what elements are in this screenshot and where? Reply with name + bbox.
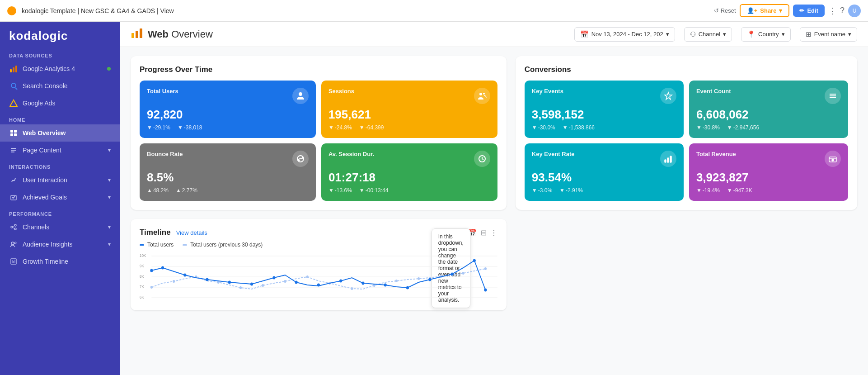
key-event-rate-pct: ▼ -3.0% (532, 187, 552, 194)
share-icon: 👤+ (747, 7, 758, 14)
svg-rect-9 (10, 133, 13, 136)
achieved-goals-label: Achieved Goals (23, 194, 103, 201)
key-event-rate-value: 93.54% (532, 171, 676, 185)
page-content-icon (9, 146, 18, 155)
svg-point-0 (9, 8, 14, 14)
svg-rect-82 (670, 156, 671, 162)
topbar-help-icon[interactable]: ? (840, 6, 845, 15)
edit-button[interactable]: ✏ Edit (793, 5, 825, 17)
sidebar-item-google-ads[interactable]: Google Ads (0, 95, 120, 112)
key-event-rate-card: Key Event Rate 93.54% ▼ -3.0% ▼ -2.91% (525, 143, 684, 201)
event-name-filter[interactable]: ⊞ Event name ▾ (800, 27, 857, 42)
reset-button[interactable]: ↺ Reset (714, 7, 736, 14)
web-overview-label: Web Overview (23, 129, 111, 137)
event-count-card: Event Count 6,608,062 ▼ -30.8% ▼ -2,947,… (689, 81, 848, 138)
page-title: Web Overview (131, 27, 213, 42)
svg-marker-6 (10, 100, 17, 106)
sidebar-item-channels[interactable]: Channels ▾ (0, 218, 120, 236)
progress-section-title: Progress Over Time (140, 65, 497, 74)
session-duration-value: 01:27:18 (328, 171, 490, 185)
svg-point-71 (384, 284, 387, 287)
sessions-pct: ▼ -24.8% (328, 124, 352, 131)
main-layout: kodalogic Data Sources Google Analytics … (0, 22, 868, 375)
sessions-value: 195,621 (328, 108, 490, 122)
view-details-link[interactable]: View details (176, 229, 207, 236)
sessions-abs: ▼ -64,399 (359, 124, 384, 131)
sidebar-item-audience-insights[interactable]: Audience Insights ▾ (0, 236, 120, 253)
svg-line-18 (13, 226, 14, 227)
svg-point-16 (14, 224, 16, 226)
svg-rect-28 (140, 28, 142, 38)
svg-point-45 (173, 280, 175, 283)
svg-point-58 (462, 272, 464, 275)
svg-point-31 (483, 93, 485, 95)
svg-text:6K: 6K (140, 295, 144, 300)
svg-line-19 (13, 228, 14, 228)
sidebar-item-achieved-goals[interactable]: Achieved Goals ▾ (0, 189, 120, 206)
sidebar-item-growth-timeline[interactable]: Growth Timeline (0, 253, 120, 270)
event-count-pct: ▼ -30.8% (696, 124, 720, 131)
key-events-title: Key Events (532, 88, 563, 95)
date-range-filter[interactable]: 📅 Nov 13, 2024 - Dec 12, 202 ▾ (574, 27, 675, 42)
total-revenue-value: 3,923,827 (696, 171, 841, 185)
achieved-goals-chevron-icon: ▾ (108, 194, 111, 200)
online-indicator (107, 67, 111, 71)
sidebar-item-web-overview[interactable]: Web Overview (0, 124, 120, 142)
timeline-more-icon[interactable]: ⋮ (490, 228, 497, 237)
svg-point-74 (450, 273, 453, 276)
sidebar-item-google-analytics[interactable]: Google Analytics 4 (0, 60, 120, 77)
svg-point-49 (262, 284, 264, 287)
svg-point-62 (183, 274, 186, 277)
user-interaction-icon (9, 176, 18, 185)
share-button[interactable]: 👤+ Share ▾ (740, 4, 790, 17)
svg-rect-26 (131, 33, 134, 38)
dashboard: Progress Over Time Total Users 92,820 (120, 47, 868, 375)
svg-point-17 (14, 228, 16, 230)
page-title-text: Web Overview (148, 28, 213, 40)
sessions-card: Sessions 195,621 ▼ -24.8% ▼ -64,399 (321, 81, 497, 138)
key-events-card: Key Events 3,598,152 ▼ -30.0% ▼ -1,538,8… (525, 81, 684, 138)
key-events-value: 3,598,152 (532, 108, 676, 122)
svg-rect-2 (13, 67, 14, 72)
key-events-icon (660, 88, 676, 104)
user-avatar[interactable]: U (848, 5, 861, 17)
svg-point-60 (150, 269, 153, 272)
date-chevron-icon: ▾ (666, 31, 669, 38)
country-filter[interactable]: 📍 Country ▾ (741, 27, 791, 42)
performance-label: Performance (0, 206, 120, 218)
web-overview-icon (9, 128, 18, 138)
search-console-icon (9, 81, 18, 90)
google-ads-label: Google Ads (23, 100, 111, 107)
sidebar-item-user-interaction[interactable]: User Interaction ▾ (0, 171, 120, 189)
analytics-icon (9, 64, 18, 73)
svg-point-70 (361, 282, 364, 285)
timeline-filter-icon[interactable]: ⊟ (481, 228, 487, 237)
legend-dot-previous (183, 244, 187, 246)
event-icon: ⊞ (806, 30, 812, 38)
svg-point-29 (299, 92, 302, 96)
growth-timeline-icon (9, 257, 18, 266)
bounce-rate-card: Bounce Rate 8.5% ▲ 48.2% ▲ 2.77% (140, 143, 316, 201)
total-users-abs: ▼ -38,018 (178, 124, 202, 131)
user-interaction-chevron-icon: ▾ (108, 177, 111, 183)
svg-point-69 (339, 280, 342, 283)
sidebar-item-search-console[interactable]: Search Console (0, 77, 120, 95)
svg-rect-80 (665, 160, 666, 162)
calendar-icon: 📅 (580, 30, 589, 38)
svg-point-84 (832, 159, 834, 161)
chart-container: 10K 9K 8K 7K 6K (140, 252, 497, 301)
country-icon: 📍 (747, 30, 755, 38)
session-duration-card: Av. Session Dur. 01:27:18 ▼ -13.6% ▼ -00… (321, 143, 497, 201)
svg-line-5 (15, 88, 17, 90)
channels-label: Channels (23, 223, 103, 231)
svg-text:9K: 9K (140, 264, 144, 269)
bounce-rate-title: Bounce Rate (147, 151, 183, 157)
channel-filter[interactable]: ⚇ Channel ▾ (684, 27, 732, 42)
channels-icon (9, 223, 18, 232)
topbar-more-icon[interactable]: ⋮ (828, 6, 836, 16)
svg-point-50 (284, 280, 286, 283)
home-label: Home (0, 112, 120, 124)
sidebar-item-page-content[interactable]: Page Content ▾ (0, 142, 120, 159)
country-label: Country (758, 31, 779, 38)
svg-point-30 (479, 93, 482, 95)
